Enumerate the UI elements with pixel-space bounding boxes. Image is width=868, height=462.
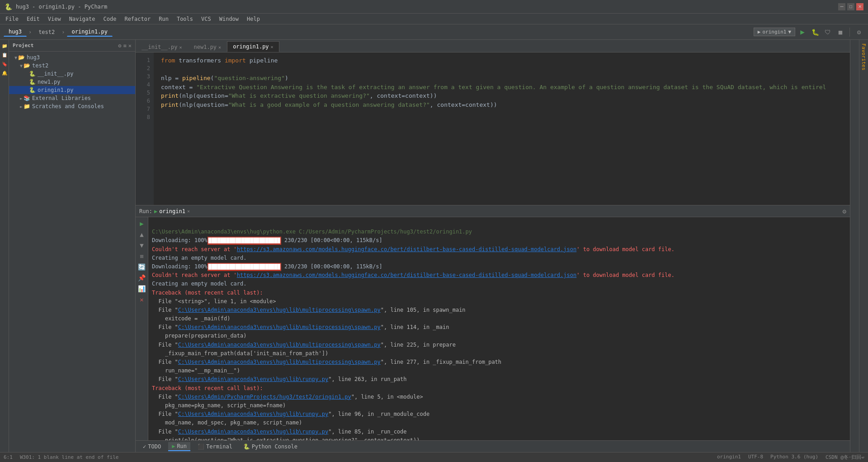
run-coverage-button[interactable]: 🛡 [822, 27, 833, 38]
menu-navigate[interactable]: Navigate [66, 15, 99, 23]
project-panel-title: Project [13, 43, 33, 48]
traceback-link-runpy1[interactable]: C:\Users\Admin\anaconda3\envs\hug\lib\ru… [178, 376, 328, 382]
sidebar-notifications-icon[interactable]: 🔔 [0, 69, 9, 77]
project-panel-collapse[interactable]: ≡ [123, 43, 127, 49]
editor-tabs: __init__.py ✕ new1.py ✕ oringin1.py ✕ [136, 40, 850, 52]
tree-arrow-hug3: ▼ [14, 55, 17, 60]
folder-icon-test2: 📂 [24, 62, 30, 69]
tab-label-python-console: Python Console [252, 443, 297, 450]
main-toolbar: hug3 › test2 › oringin1.py ▶ oringin1 ▼ … [0, 24, 868, 40]
project-breadcrumb-oringin1[interactable]: oringin1.py [67, 27, 113, 37]
traceback-link-oringin1-1[interactable]: C:\Users\Admin/PycharmProjects/hug3/test… [178, 394, 351, 400]
tab-todo[interactable]: ✓ TODO [139, 443, 165, 451]
tab-new1-py[interactable]: new1.py ✕ [188, 42, 227, 52]
tree-item-hug3[interactable]: ▼ 📂 hug3 [9, 53, 135, 62]
sidebar-project-icon[interactable]: 📁 [0, 42, 9, 50]
run-config-label: oringin1 [762, 29, 786, 35]
sidebar-structure-icon[interactable]: 📋 [0, 51, 9, 59]
code-content[interactable]: from transformers import pipeline nlp = … [154, 52, 850, 205]
status-bar-right: oringin1 UTF-8 Python 3.6 (hug) CSDN @冬·… [717, 454, 864, 461]
run-scroll-up-button[interactable]: ▲ [137, 230, 146, 239]
traceback-link-spawn3[interactable]: C:\Users\Admin\anaconda3\envs\hug\lib\mu… [178, 342, 381, 348]
traceback-link-spawn1[interactable]: C:\Users\Admin\anaconda3\envs\hug\lib\mu… [178, 307, 381, 313]
run-label: Run: [139, 208, 152, 214]
run-tab-close-btn[interactable]: ✕ [187, 209, 190, 214]
tab-close-init-py[interactable]: ✕ [179, 45, 182, 50]
run-stop-button[interactable]: ✕ [137, 295, 146, 304]
menu-tools[interactable]: Tools [173, 15, 197, 23]
menu-file[interactable]: File [2, 15, 22, 23]
folder-icon-scratches: 📁 [24, 103, 30, 110]
close-button[interactable]: ✕ [856, 3, 863, 10]
sidebar-bookmark-icon[interactable]: 🔖 [0, 60, 9, 68]
tree-item-new1-py[interactable]: 🐍 new1.py [9, 78, 135, 86]
favorites-label[interactable]: Favorites [859, 42, 868, 72]
project-panel-close[interactable]: ✕ [128, 43, 132, 49]
run-scroll-down-button[interactable]: ▼ [137, 241, 146, 250]
run-softref-button[interactable]: 🔄 [137, 262, 146, 271]
project-breadcrumb-test2[interactable]: test2 [33, 28, 60, 37]
run-panel-header: Run: ▶ oringin1 ✕ ⚙ [136, 205, 850, 217]
menu-run[interactable]: Run [155, 15, 172, 23]
traceback-line-9: run_name="__mp_main__") [152, 367, 240, 374]
code-editor[interactable]: 1 2 3 4 5 6 7 8 from transformers import… [136, 52, 850, 205]
minimize-button[interactable]: ─ [838, 3, 845, 10]
file-tree: ▼ 📂 hug3 ▼ 📂 test2 🐍 __init__.py 🐍 [9, 52, 135, 452]
tab-run[interactable]: ▶ Run [168, 442, 190, 451]
tab-python-console[interactable]: 🐍 Python Console [240, 443, 301, 451]
menu-refactor[interactable]: Refactor [121, 15, 154, 23]
favorites-sidebar: Favorites [859, 40, 868, 452]
menu-view[interactable]: View [44, 15, 65, 23]
traceback-line-1: File "<string>", line 1, in <module> [152, 298, 276, 305]
tree-item-oringin1-py[interactable]: 🐍 oringin1.py [9, 86, 135, 94]
settings-button[interactable]: ⚙ [854, 27, 864, 38]
tree-label-scratches: Scratches and Consoles [32, 103, 104, 110]
tree-item-init-py[interactable]: 🐍 __init__.py [9, 70, 135, 78]
tab-close-oringin1-py[interactable]: ✕ [271, 44, 274, 49]
folder-icon-hug3: 📂 [18, 54, 25, 61]
status-csdn-icon: CSDN @冬·归回➫ [826, 454, 864, 461]
run-settings-icon[interactable]: ⚙ [843, 208, 846, 215]
menu-edit[interactable]: Edit [23, 15, 43, 23]
tab-init-py[interactable]: __init__.py ✕ [136, 42, 188, 52]
run-dump-button[interactable]: 📊 [137, 284, 146, 293]
traceback-link-runpy2[interactable]: C:\Users\Admin\anaconda3\envs\hug\lib\ru… [178, 411, 328, 417]
tree-item-scratches[interactable]: ► 📁 Scratches and Consoles [9, 102, 135, 110]
traceback-line-8: File "C:\Users\Admin\anaconda3\envs\hug\… [152, 359, 501, 365]
error-link-1[interactable]: https://s3.amazonaws.com/models.huggingf… [237, 246, 576, 252]
title-bar-controls: ─ □ ✕ [838, 3, 863, 10]
stop-button[interactable]: ■ [835, 27, 846, 38]
project-panel-settings[interactable]: ⚙ [118, 43, 121, 49]
menu-code[interactable]: Code [100, 15, 120, 23]
run-button[interactable]: ▶ [797, 27, 808, 38]
tab-close-new1-py[interactable]: ✕ [218, 45, 221, 50]
run-pin-button[interactable]: 📌 [137, 273, 146, 282]
debug-button[interactable]: 🐛 [810, 27, 821, 38]
traceback-line-15: File "C:\Users\Admin\anaconda3\envs\hug\… [152, 429, 407, 435]
tab-oringin1-py[interactable]: oringin1.py ✕ [227, 41, 279, 52]
run-filter-button[interactable]: ≡ [137, 252, 146, 261]
tree-item-test2[interactable]: ▼ 📂 test2 [9, 62, 135, 70]
menu-vcs[interactable]: VCS [198, 15, 215, 23]
run-restart-button[interactable]: ▶ [137, 219, 146, 228]
output-error-1: Couldn't reach server at 'https://s3.ama… [152, 246, 675, 252]
maximize-button[interactable]: □ [847, 3, 854, 10]
project-breadcrumb-hug3[interactable]: hug3 [4, 27, 27, 37]
tree-item-external-libraries[interactable]: ► 📚 External Libraries [9, 94, 135, 102]
menu-help[interactable]: Help [243, 15, 264, 23]
traceback-head-2: Traceback (most recent call last): [152, 385, 263, 391]
python-console-icon: 🐍 [243, 443, 250, 450]
run-toolbar: ▶ ▲ ▼ ≡ 🔄 📌 📊 ✕ [136, 217, 148, 440]
tree-arrow-scratches: ► [20, 104, 23, 109]
traceback-link-runpy3[interactable]: C:\Users\Admin\anaconda3\envs\hug\lib\ru… [178, 429, 328, 435]
tree-label-init-py: __init__.py [38, 71, 73, 77]
tab-label-init-py: __init__.py [142, 44, 177, 50]
tab-terminal[interactable]: ⬛ Terminal [194, 443, 236, 451]
menu-window[interactable]: Window [216, 15, 242, 23]
run-config-selector[interactable]: ▶ oringin1 ▼ [754, 28, 795, 36]
traceback-link-spawn2[interactable]: C:\Users\Admin\anaconda3\envs\hug\lib\mu… [178, 324, 381, 330]
error-link-2[interactable]: https://s3.amazonaws.com/models.huggingf… [237, 272, 576, 278]
traceback-link-spawn4[interactable]: C:\Users\Admin\anaconda3\envs\hug\lib\mu… [178, 359, 381, 365]
run-tab-icon: ▶ [154, 208, 157, 214]
tab-label-new1-py: new1.py [194, 44, 217, 50]
